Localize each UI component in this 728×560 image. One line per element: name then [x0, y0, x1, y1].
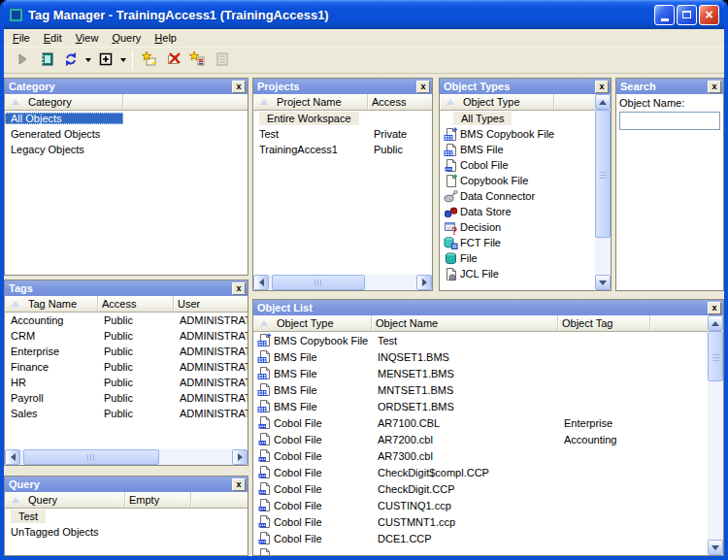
- scrollbar-track[interactable]: [595, 238, 611, 275]
- new-tag-button[interactable]: [138, 49, 160, 71]
- assign-tag-button[interactable]: [186, 49, 209, 71]
- query-row[interactable]: UnTagged Objects: [5, 524, 248, 540]
- project-row[interactable]: TestPrivate: [253, 126, 432, 142]
- category-row[interactable]: Generated Objects: [5, 126, 248, 142]
- object-list-row[interactable]: Cobol FileCUSTMNT1.ccp: [253, 513, 708, 530]
- horizontal-scrollbar[interactable]: [5, 449, 248, 465]
- category-row[interactable]: All Objects: [5, 111, 248, 126]
- refresh-button[interactable]: [59, 49, 82, 71]
- column-header-object-tag[interactable]: Object Tag: [558, 315, 650, 332]
- column-header-object-type[interactable]: Object Type: [253, 315, 372, 332]
- scroll-left-button[interactable]: [5, 449, 20, 465]
- menu-item-query[interactable]: Query: [105, 30, 148, 46]
- vertical-scrollbar[interactable]: [595, 94, 611, 290]
- object-type-row[interactable]: BMS Copybook File: [440, 126, 595, 142]
- scrollbar-track[interactable]: [159, 449, 232, 465]
- object-type-row[interactable]: BMS File: [440, 142, 595, 157]
- tag-row[interactable]: SalesPublicADMINISTRAT: [5, 406, 248, 421]
- object-list-row[interactable]: BMS FileMNTSET1.BMS: [253, 381, 708, 398]
- column-header-query[interactable]: Query: [5, 492, 125, 509]
- scroll-down-button[interactable]: [595, 275, 611, 290]
- minimize-button[interactable]: [654, 5, 675, 25]
- object-type-row[interactable]: Data Connector: [440, 188, 595, 204]
- panel-close-button[interactable]: x: [232, 478, 246, 491]
- column-header[interactable]: [191, 492, 248, 509]
- menu-item-help[interactable]: Help: [148, 30, 183, 46]
- menu-item-view[interactable]: View: [69, 30, 106, 46]
- panel-close-button[interactable]: x: [595, 81, 609, 93]
- object-type-row[interactable]: Data Store: [440, 204, 595, 219]
- column-header-access[interactable]: Access: [98, 296, 174, 313]
- scrollbar-thumb[interactable]: [23, 449, 159, 465]
- object-list-row[interactable]: Cobol FileAR7200.cblAccounting: [253, 431, 708, 447]
- scrollbar-track[interactable]: [708, 381, 723, 540]
- object-list-row[interactable]: BMS FileORDSET1.BMS: [253, 398, 708, 414]
- query-row[interactable]: Test: [5, 509, 248, 524]
- object-list-row[interactable]: Cobol FileCheckDigit$compl.CCP: [253, 464, 708, 480]
- menu-item-edit[interactable]: Edit: [37, 30, 69, 46]
- scrollbar-thumb[interactable]: [708, 331, 723, 381]
- tag-row[interactable]: HRPublicADMINISTRAT: [5, 375, 248, 390]
- column-header[interactable]: [554, 94, 595, 111]
- object-list-row[interactable]: BMS Copybook FileTest: [253, 332, 708, 348]
- object-list-row[interactable]: Cobol FileDCE1.CCP: [253, 530, 708, 546]
- object-list-row[interactable]: [253, 546, 708, 555]
- object-type-row[interactable]: JCL File: [440, 266, 595, 281]
- expand-button[interactable]: [94, 49, 116, 71]
- scroll-left-button[interactable]: [253, 275, 269, 290]
- horizontal-scrollbar[interactable]: [253, 275, 432, 290]
- panel-close-button[interactable]: x: [232, 81, 246, 93]
- object-list-row[interactable]: Cobol FileCheckDigit.CCP: [253, 480, 708, 497]
- expand-dropdown-arrow-icon[interactable]: [117, 49, 128, 71]
- column-header-object-type[interactable]: Object Type: [440, 94, 554, 111]
- tag-row[interactable]: AccountingPublicADMINISTRAT: [5, 313, 248, 328]
- object-list-row[interactable]: Cobol FileAR7100.CBLEnterprise: [253, 414, 708, 431]
- scrollbar-thumb[interactable]: [595, 110, 611, 238]
- tag-row[interactable]: FinancePublicADMINISTRAT: [5, 359, 248, 375]
- scroll-up-button[interactable]: [708, 315, 723, 331]
- maximize-button[interactable]: [677, 5, 697, 25]
- object-list-row[interactable]: BMS FileMENSET1.BMS: [253, 365, 708, 381]
- column-header-empty[interactable]: Empty: [125, 492, 191, 509]
- column-header[interactable]: [650, 315, 708, 332]
- object-type-row[interactable]: Copybook File: [440, 173, 595, 188]
- refresh-dropdown-arrow-icon[interactable]: [83, 49, 93, 71]
- object-type-row[interactable]: Cobol File: [440, 157, 595, 173]
- column-header-object-name[interactable]: Object Name: [372, 315, 558, 332]
- scroll-down-button[interactable]: [708, 540, 723, 555]
- project-row[interactable]: TrainingAccess1Public: [253, 142, 432, 157]
- tag-row[interactable]: EnterprisePublicADMINISTRAT: [5, 344, 248, 359]
- panel-close-button[interactable]: x: [232, 282, 246, 295]
- object-type-row[interactable]: All Types: [440, 111, 595, 126]
- panel-close-button[interactable]: x: [708, 302, 721, 314]
- project-row[interactable]: Entire Workspace: [253, 111, 432, 126]
- object-name-input[interactable]: [619, 112, 720, 130]
- scrollbar-thumb[interactable]: [272, 275, 365, 290]
- object-type-row[interactable]: ?Decision: [440, 219, 595, 235]
- scroll-right-button[interactable]: [416, 275, 432, 290]
- column-header-project-name[interactable]: Project Name: [253, 94, 368, 111]
- menu-item-file[interactable]: File: [6, 30, 37, 46]
- column-header-tag-name[interactable]: Tag Name: [5, 296, 98, 313]
- column-header-category[interactable]: Category: [5, 94, 123, 111]
- column-header[interactable]: [123, 94, 248, 111]
- tag-row[interactable]: CRMPublicADMINISTRAT: [5, 328, 248, 344]
- delete-tag-button[interactable]: [162, 49, 184, 71]
- tag-row[interactable]: PayrollPublicADMINISTRAT: [5, 390, 248, 406]
- object-type-row[interactable]: File: [440, 250, 595, 266]
- column-header-access[interactable]: Access: [368, 94, 432, 111]
- panel-close-button[interactable]: x: [416, 81, 430, 93]
- vertical-scrollbar[interactable]: [708, 315, 723, 555]
- object-list-row[interactable]: Cobol FileCUSTINQ1.ccp: [253, 497, 708, 513]
- object-list-row[interactable]: Cobol FileAR7300.cbl: [253, 447, 708, 464]
- close-button[interactable]: ×: [699, 5, 719, 25]
- notebook-button[interactable]: [35, 49, 57, 71]
- category-row[interactable]: Legacy Objects: [5, 142, 248, 157]
- scroll-up-button[interactable]: [595, 94, 611, 110]
- panel-close-button[interactable]: x: [708, 81, 721, 93]
- scrollbar-track[interactable]: [365, 275, 416, 290]
- column-header-user[interactable]: User: [174, 296, 248, 313]
- object-list-row[interactable]: BMS FileINQSET1.BMS: [253, 348, 708, 365]
- object-type-row[interactable]: FCT File: [440, 235, 595, 250]
- scroll-right-button[interactable]: [232, 449, 248, 465]
